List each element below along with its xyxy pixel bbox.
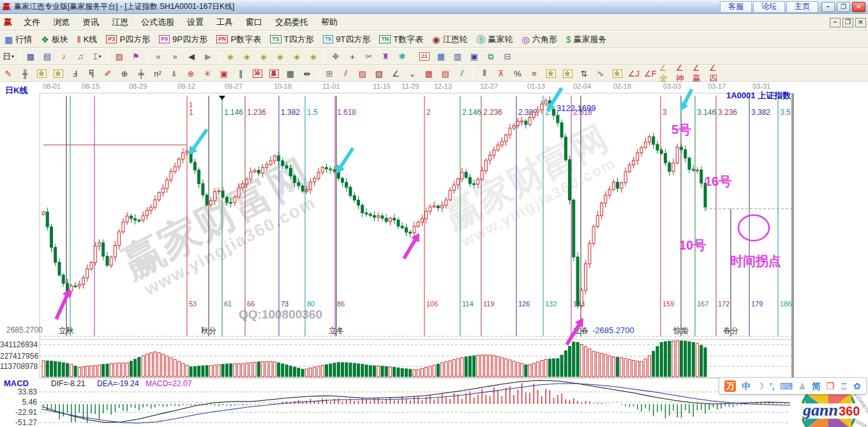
toolbar-icon[interactable]: ⚑ [128,50,144,63]
toolbar-icon[interactable]: ✥ [328,50,343,63]
menu-item[interactable]: 公式选股 [135,15,181,30]
menu-item[interactable]: 工具 [210,15,239,30]
toolbar-icon[interactable]: ⍋ [167,67,182,80]
toolbar-icon[interactable]: 赢 [266,67,281,80]
toolbar-button[interactable]: T99T四方形 [318,33,375,47]
toolbar-icon[interactable]: 金 [560,67,575,80]
mdi-restore-button[interactable]: ❐ [842,18,853,27]
toolbar-icon[interactable]: ＋ [345,50,360,63]
toolbar-icon[interactable]: ♪ [56,50,71,63]
toolbar-icon[interactable]: 21 [417,50,432,63]
toolbar-icon[interactable]: ∥ [233,67,248,80]
toolbar-icon[interactable]: 日▾ [1,50,16,63]
ime-icon[interactable]: ♖ [840,380,848,392]
menu-item[interactable]: 文件 [17,15,47,30]
toolbar-icon[interactable]: 金 [543,67,558,80]
toolbar-icon[interactable]: ∠ [388,67,403,80]
toolbar-icon[interactable]: ❃ [394,50,410,63]
toolbar-icon[interactable]: ✂ [361,50,377,63]
toolbar-icon[interactable]: ◈ [223,50,238,63]
toolbar-icon[interactable]: ∠赢 [692,67,708,80]
ime-icon[interactable]: 中 [742,380,751,392]
toolbar-icon[interactable]: ▦ [283,67,298,80]
toolbar-button[interactable]: ⫴K线 [73,33,102,47]
toolbar-icon[interactable]: ▣ [467,50,482,63]
toolbar-icon[interactable]: ⊞ [322,67,337,80]
toolbar-icon[interactable]: ༕ [84,67,99,80]
toolbar-icon[interactable]: ✎ [1,67,16,80]
toolbar-icon[interactable]: ▧ [371,67,387,80]
toolbar-icon[interactable]: n² [150,67,165,80]
toolbar-icon[interactable]: ◀ [184,50,199,63]
toolbar-icon[interactable]: « [151,50,166,63]
toolbar-icon[interactable]: ◈ [239,50,255,63]
toolbar-icon[interactable]: ∠F [643,67,658,80]
ime-icon[interactable]: ✿ [853,380,861,392]
toolbar-button[interactable]: P99P四方形 [154,33,212,47]
toolbar-icon[interactable]: ▤ [438,67,453,80]
quick-link-2[interactable]: 主页 [786,1,818,13]
toolbar-icon[interactable]: ◈ [306,50,321,63]
toolbar-button[interactable]: ◉江恩轮 [428,33,472,47]
menu-item[interactable]: 江恩 [105,15,135,30]
toolbar-icon[interactable]: 金 [34,67,49,80]
toolbar-icon[interactable]: ▨ [355,67,370,80]
toolbar-icon[interactable]: 金 [610,67,625,80]
restore-button[interactable]: ❐ [837,2,850,12]
toolbar-icon[interactable]: ⫽ [338,67,354,80]
toolbar-button[interactable]: ▦行情 [0,33,36,47]
toolbar-button[interactable]: PNP数字表 [212,33,266,47]
toolbar-icon[interactable]: 金 [50,67,66,80]
toolbar-button[interactable]: ◎六角形 [517,33,561,47]
menu-item[interactable]: 资讯 [76,15,105,30]
toolbar-icon[interactable]: ♫ [73,50,88,63]
toolbar-icon[interactable]: ∠金 [659,67,675,80]
toolbar-icon[interactable]: ⇅ [576,67,592,80]
macd-indicator-name[interactable]: MACD [4,378,29,388]
ime-icon[interactable]: ☽ [756,380,764,392]
toolbar-icon[interactable]: ∠J [626,67,641,80]
toolbar-icon[interactable]: ▤ [40,50,55,63]
mdi-minimize-button[interactable]: – [830,18,841,27]
toolbar-icon[interactable]: ⊟ [500,50,515,63]
toolbar-icon[interactable]: ◈ [289,50,304,63]
toolbar-icon[interactable]: ◈ [256,50,271,63]
menu-item[interactable]: 设置 [181,15,210,30]
toolbar-icon[interactable]: ▦ [433,50,449,63]
ime-icon[interactable]: ❒ [827,380,835,392]
toolbar-icon[interactable]: % [510,67,525,80]
ime-icon[interactable]: ’, [770,380,775,392]
quick-link-1[interactable]: 论坛 [753,1,785,13]
toolbar-button[interactable]: TST四方形 [266,33,318,47]
toolbar-icon[interactable]: ▦ [421,67,437,80]
toolbar-icon[interactable]: ╫ [17,67,33,80]
toolbar-button[interactable]: ❖板块 [36,33,73,47]
toolbar-icon[interactable]: ⦀ [477,67,492,80]
mdi-close-button[interactable]: ✕ [855,18,866,27]
toolbar-icon[interactable]: ♜ [378,50,393,63]
toolbar-icon[interactable]: 神 [250,67,265,80]
toolbar-icon[interactable]: ▣ [216,67,232,80]
toolbar-icon[interactable]: Ⅎ [67,67,82,80]
menu-item[interactable]: 交易委托 [269,15,315,30]
toolbar-icon[interactable]: ⊕ [117,67,132,80]
toolbar-icon[interactable]: ∠四 [709,67,724,80]
ime-icon[interactable]: ⌨ [780,380,793,392]
toolbar-icon[interactable]: ▶ [200,50,216,63]
ime-icon[interactable]: ♟ [798,380,807,392]
toolbar-icon[interactable]: ⧉ [483,50,498,63]
menu-item[interactable]: 浏览 [47,15,76,30]
close-button[interactable]: ✕ [852,2,865,12]
toolbar-button[interactable]: TNT数字表 [375,33,428,47]
toolbar-icon[interactable]: ⌄ [405,67,420,80]
quick-link-0[interactable]: 客服 [720,1,752,13]
toolbar-icon[interactable]: ▥ [450,50,465,63]
toolbar-button[interactable]: $赢家服务 [562,33,611,47]
toolbar-icon[interactable]: ⊕ [183,67,198,80]
toolbar-icon[interactable]: ✳ [200,67,215,80]
ime-icon[interactable]: 万 [724,380,736,392]
menu-item[interactable]: 窗口 [239,15,269,30]
toolbar-icon[interactable]: ⫽ [454,67,470,80]
toolbar-icon[interactable]: ∠神 [676,67,691,80]
toolbar-button[interactable]: Ⓑ赢家轮 [472,33,517,47]
